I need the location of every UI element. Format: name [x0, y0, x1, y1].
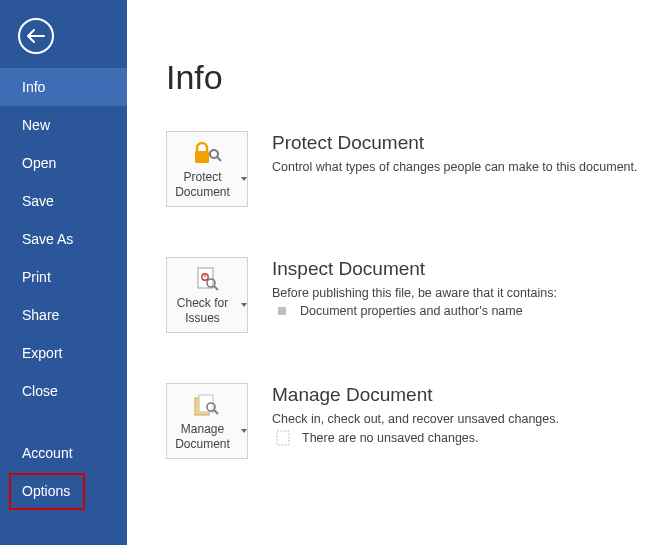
nav-save[interactable]: Save — [0, 182, 127, 220]
tile-label: Manage Document — [167, 422, 238, 451]
manage-document-button[interactable]: Manage Document — [166, 383, 248, 459]
lock-key-icon — [192, 139, 222, 167]
protect-document-button[interactable]: Protect Document — [166, 131, 248, 207]
bullet-icon — [278, 307, 286, 315]
backstage-sidebar: Info New Open Save Save As Print Share E… — [0, 0, 127, 545]
section-title: Inspect Document — [272, 258, 557, 280]
section-title: Manage Document — [272, 384, 559, 406]
section-manage: Manage Document Manage Document Check in… — [166, 383, 655, 459]
page-title: Info — [166, 58, 655, 97]
nav-label: Info — [22, 79, 45, 95]
section-protect: Protect Document Protect Document Contro… — [166, 131, 655, 207]
content-area: Info Protect Document Protect Document C… — [127, 0, 655, 545]
section-title: Protect Document — [272, 132, 638, 154]
nav-label: New — [22, 117, 50, 133]
nav-open[interactable]: Open — [0, 144, 127, 182]
nav-print[interactable]: Print — [0, 258, 127, 296]
nav-label: Export — [22, 345, 62, 361]
nav-label: Open — [22, 155, 56, 171]
back-button[interactable] — [18, 18, 54, 54]
nav-label: Save — [22, 193, 54, 209]
nav-label: Account — [22, 445, 73, 461]
nav-label: Close — [22, 383, 58, 399]
section-desc: Before publishing this file, be aware th… — [272, 286, 557, 300]
section-desc: Control what types of changes people can… — [272, 160, 638, 174]
nav-label: Print — [22, 269, 51, 285]
nav-options[interactable]: Options — [0, 472, 127, 510]
svg-rect-2 — [198, 268, 213, 288]
nav-close[interactable]: Close — [0, 372, 127, 410]
bullet-item: Document properties and author's name — [272, 304, 557, 318]
nav-label: Options — [22, 483, 70, 499]
inspect-icon — [193, 265, 221, 293]
chevron-down-icon — [241, 429, 247, 433]
nav-export[interactable]: Export — [0, 334, 127, 372]
chevron-down-icon — [241, 177, 247, 181]
page-icon — [276, 430, 290, 446]
svg-point-1 — [210, 150, 218, 158]
section-inspect: Check for Issues Inspect Document Before… — [166, 257, 655, 333]
bullet-text: Document properties and author's name — [300, 304, 523, 318]
status-text: There are no unsaved changes. — [302, 431, 479, 445]
svg-rect-8 — [277, 431, 289, 445]
status-row: There are no unsaved changes. — [272, 430, 559, 446]
nav-label: Share — [22, 307, 59, 323]
nav-share[interactable]: Share — [0, 296, 127, 334]
arrow-left-icon — [27, 29, 45, 43]
nav-new[interactable]: New — [0, 106, 127, 144]
documents-icon — [192, 391, 222, 419]
nav-label: Save As — [22, 231, 73, 247]
chevron-down-icon — [241, 303, 247, 307]
tile-label: Check for Issues — [167, 296, 238, 325]
nav-info[interactable]: Info — [0, 68, 127, 106]
svg-rect-0 — [195, 151, 209, 163]
nav-account[interactable]: Account — [0, 434, 127, 472]
tile-label: Protect Document — [167, 170, 238, 199]
nav-save-as[interactable]: Save As — [0, 220, 127, 258]
section-desc: Check in, check out, and recover unsaved… — [272, 412, 559, 426]
check-for-issues-button[interactable]: Check for Issues — [166, 257, 248, 333]
